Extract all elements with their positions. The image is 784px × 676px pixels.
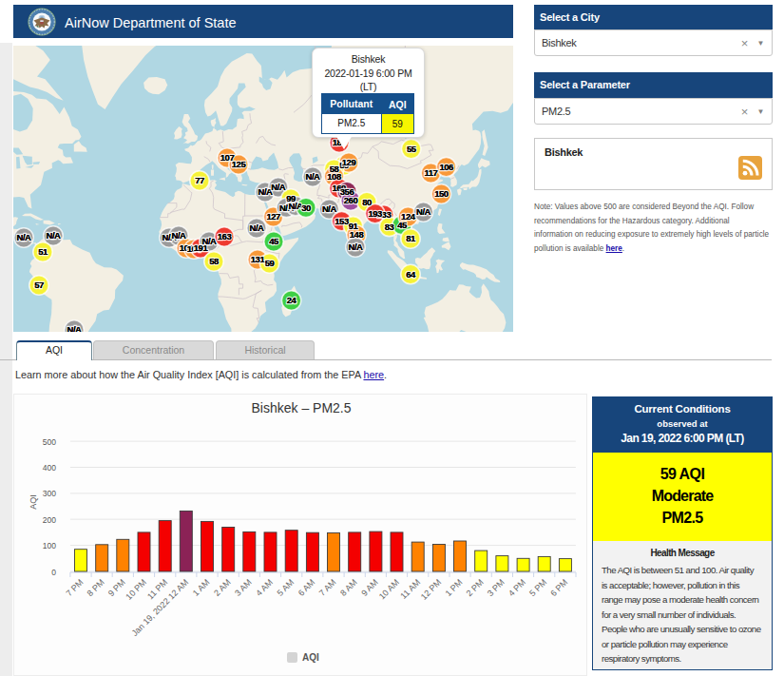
svg-text:200: 200 bbox=[43, 515, 56, 525]
svg-text:7 PM: 7 PM bbox=[64, 577, 85, 598]
svg-text:127: 127 bbox=[266, 211, 280, 222]
svg-text:117: 117 bbox=[424, 167, 437, 178]
svg-text:2 AM: 2 AM bbox=[212, 577, 233, 598]
svg-text:N/A: N/A bbox=[67, 324, 83, 332]
svg-text:1 PM: 1 PM bbox=[443, 577, 464, 598]
svg-text:124: 124 bbox=[401, 211, 416, 222]
svg-text:300: 300 bbox=[43, 489, 56, 498]
svg-text:0: 0 bbox=[51, 568, 56, 577]
svg-text:80: 80 bbox=[362, 197, 372, 207]
svg-text:10 PM: 10 PM bbox=[124, 577, 147, 601]
svg-text:N/A: N/A bbox=[172, 230, 187, 241]
svg-text:1 AM: 1 AM bbox=[191, 577, 212, 598]
svg-text:Bishkek – PM2.5: Bishkek – PM2.5 bbox=[251, 400, 351, 415]
svg-text:7 AM: 7 AM bbox=[317, 577, 338, 598]
svg-text:131: 131 bbox=[251, 254, 266, 264]
svg-text:N/A: N/A bbox=[416, 206, 431, 217]
svg-text:N/A: N/A bbox=[202, 236, 218, 246]
svg-text:4 PM: 4 PM bbox=[507, 577, 527, 598]
svg-text:AQI: AQI bbox=[302, 652, 319, 663]
svg-text:3 PM: 3 PM bbox=[486, 577, 507, 598]
svg-text:83: 83 bbox=[385, 222, 394, 232]
svg-text:AQI: AQI bbox=[29, 494, 38, 510]
svg-text:N/A: N/A bbox=[306, 171, 321, 182]
svg-text:N/A: N/A bbox=[349, 241, 364, 252]
svg-text:57: 57 bbox=[34, 280, 44, 290]
svg-text:8 PM: 8 PM bbox=[86, 577, 106, 598]
svg-text:64: 64 bbox=[406, 269, 416, 280]
svg-text:12 PM: 12 PM bbox=[419, 577, 443, 601]
svg-text:6 AM: 6 AM bbox=[296, 577, 317, 598]
svg-text:100: 100 bbox=[43, 541, 56, 550]
svg-text:150: 150 bbox=[434, 188, 449, 199]
svg-text:N/A: N/A bbox=[47, 230, 62, 241]
svg-text:125: 125 bbox=[232, 159, 247, 169]
svg-text:6 PM: 6 PM bbox=[548, 577, 569, 598]
svg-text:5 PM: 5 PM bbox=[527, 577, 548, 598]
svg-text:30: 30 bbox=[301, 203, 311, 213]
svg-text:5 AM: 5 AM bbox=[276, 577, 296, 598]
svg-text:N/A: N/A bbox=[17, 232, 32, 242]
svg-text:58: 58 bbox=[209, 256, 219, 266]
svg-text:81: 81 bbox=[406, 233, 416, 243]
svg-text:45: 45 bbox=[269, 236, 279, 246]
svg-text:193: 193 bbox=[369, 208, 383, 219]
svg-text:153: 153 bbox=[335, 216, 349, 226]
svg-text:55: 55 bbox=[407, 144, 417, 154]
svg-text:2 PM: 2 PM bbox=[465, 577, 486, 598]
svg-text:163: 163 bbox=[218, 231, 232, 241]
svg-text:108: 108 bbox=[327, 171, 341, 182]
svg-text:51: 51 bbox=[38, 246, 48, 257]
svg-text:129: 129 bbox=[342, 157, 356, 167]
svg-text:N/A: N/A bbox=[250, 222, 265, 233]
svg-text:77: 77 bbox=[195, 175, 204, 185]
svg-text:8 AM: 8 AM bbox=[338, 577, 359, 598]
svg-text:4 AM: 4 AM bbox=[254, 577, 275, 598]
svg-text:10 AM: 10 AM bbox=[377, 577, 401, 601]
svg-text:24: 24 bbox=[287, 295, 297, 305]
svg-text:3 AM: 3 AM bbox=[233, 577, 254, 598]
svg-text:11 AM: 11 AM bbox=[398, 577, 422, 601]
svg-text:400: 400 bbox=[43, 463, 56, 473]
svg-text:N/A: N/A bbox=[322, 203, 337, 214]
svg-text:59: 59 bbox=[265, 258, 275, 268]
svg-text:260: 260 bbox=[344, 195, 358, 205]
svg-text:148: 148 bbox=[350, 229, 364, 240]
svg-text:500: 500 bbox=[43, 437, 56, 447]
svg-text:106: 106 bbox=[439, 162, 453, 172]
svg-text:N/A: N/A bbox=[271, 182, 286, 192]
